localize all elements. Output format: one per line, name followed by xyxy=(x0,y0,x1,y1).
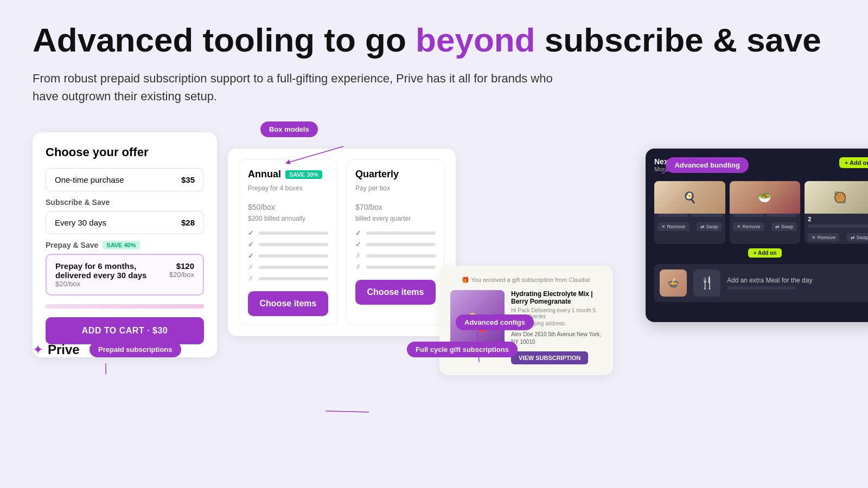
extra-meal-area: 🍲 🍴 Add an extra Meal for the day xyxy=(654,264,868,302)
svg-line-4 xyxy=(326,411,369,412)
advanced-bundling-label: Advanced bundling xyxy=(666,157,749,173)
annual-save-badge: SAVE 30% xyxy=(285,170,322,179)
gift-product-title: Hydrating Electrolyte Mix | Berry Pomegr… xyxy=(511,290,602,305)
view-subscription-button[interactable]: VIEW SUBSCRIPTION xyxy=(511,351,588,364)
meal-image-3: 🥘 xyxy=(805,181,868,214)
logo-icon: ✦ xyxy=(33,342,43,357)
add-on-button-bottom[interactable]: + Add on xyxy=(748,248,782,258)
meal-item-1: 🍳 ✕ Remove ⇄ Swap xyxy=(654,181,725,244)
quarterly-title: Quarterly xyxy=(355,169,399,180)
advanced-configs-label: Advanced configs xyxy=(456,314,534,330)
annual-subtitle: Prepay for 4 boxes xyxy=(248,184,328,192)
swap-btn-2[interactable]: ⇄ Swap xyxy=(771,222,797,231)
extra-meal-text: Add an extra Meal for the day xyxy=(727,277,812,284)
quarterly-billed: billed every quarter xyxy=(355,215,436,222)
one-time-label: One-time purchase xyxy=(55,175,124,184)
meals-dark-card: Next Week's Meals Monday, September 21 (… xyxy=(646,149,868,322)
extra-meal-food-icon: 🍲 xyxy=(660,269,687,297)
one-time-option[interactable]: One-time purchase $35 xyxy=(46,168,204,191)
annual-checklist: ✓ ✓ ✓ ✗ ✗ xyxy=(248,229,328,282)
add-on-button-top[interactable]: + Add on xyxy=(839,157,868,168)
prepay-main-price: $120 xyxy=(169,261,194,271)
main-headline: Advanced tooling to go beyond subscribe … xyxy=(33,22,835,59)
every-30-option[interactable]: Every 30 days $28 xyxy=(46,211,204,234)
remove-btn-2[interactable]: ✕ Remove xyxy=(733,222,764,231)
annual-billed: $200 billed annually xyxy=(248,215,328,222)
meal-image-2: 🥗 xyxy=(730,181,801,214)
subheadline: From robust prepaid subscription support… xyxy=(33,69,575,105)
extra-meal-fork-icon: 🍴 xyxy=(693,269,720,297)
full-cycle-gift-label: Full cycle gift subscriptions xyxy=(407,342,518,357)
add-to-cart-button[interactable]: ADD TO CART · $30 xyxy=(46,317,204,344)
gift-address: Alex Doe 2610 5th Avenue New York, NY 10… xyxy=(511,331,602,346)
quarterly-option[interactable]: Quarterly Pay per box $70/box billed eve… xyxy=(346,159,445,325)
one-time-price: $35 xyxy=(181,175,195,184)
every-30-label: Every 30 days xyxy=(55,218,106,227)
logo: ✦ Prive xyxy=(33,342,80,357)
annual-option[interactable]: Annual SAVE 30% Prepay for 4 boxes $50/b… xyxy=(239,159,337,325)
meal-item-2: 🥗 ✕ Remove ⇄ Swap xyxy=(730,181,801,244)
prepay-label-row: Prepay & Save SAVE 40% xyxy=(46,241,204,249)
meal-number-3: 2 xyxy=(805,214,868,224)
every-30-price: $28 xyxy=(181,218,195,227)
quarterly-price: $70/box xyxy=(355,196,436,214)
annual-price: $50/box xyxy=(248,196,328,214)
prepay-option[interactable]: Prepay for 6 months, delivered every 30 … xyxy=(46,254,204,296)
meal-item-3: 🥘 2 ✕ Remove ⇄ Swap xyxy=(805,181,868,244)
offer-card-title: Choose your offer xyxy=(46,145,204,159)
choose-items-quarterly-button[interactable]: Choose items xyxy=(355,280,436,305)
meal-image-1: 🍳 xyxy=(654,181,725,214)
quarterly-subtitle: Pay per box xyxy=(355,184,436,192)
choose-items-annual-button[interactable]: Choose items xyxy=(248,291,328,316)
extra-meal-bar xyxy=(727,286,795,290)
save-badge: SAVE 40% xyxy=(103,241,139,249)
logo-text: Prive xyxy=(48,342,80,357)
prepay-sub-price: $20/box xyxy=(169,271,194,279)
box-models-label: Box models xyxy=(260,121,318,137)
prepay-main-text: Prepay for 6 months, delivered every 30 … xyxy=(55,261,169,280)
box-models-card: Annual SAVE 30% Prepay for 4 boxes $50/b… xyxy=(228,149,456,336)
prepay-sub-text: $20/box xyxy=(55,280,169,288)
swap-btn-3[interactable]: ⇄ Swap xyxy=(847,233,868,242)
gift-header: 🎁 You received a gift subscription from … xyxy=(450,277,602,284)
subscribe-label: Subscribe & Save xyxy=(46,198,204,207)
progress-bar xyxy=(46,304,204,309)
quarterly-checklist: ✓ ✓ ✗ ✗ xyxy=(355,229,436,271)
annual-title: Annual xyxy=(248,169,281,180)
prepaid-subscriptions-label: Prepaid subscriptions xyxy=(90,342,181,357)
remove-btn-3[interactable]: ✕ Remove xyxy=(808,233,839,242)
offer-card: Choose your offer One-time purchase $35 … xyxy=(33,132,217,357)
remove-btn-1[interactable]: ✕ Remove xyxy=(658,222,689,231)
swap-btn-1[interactable]: ⇄ Swap xyxy=(697,222,722,231)
